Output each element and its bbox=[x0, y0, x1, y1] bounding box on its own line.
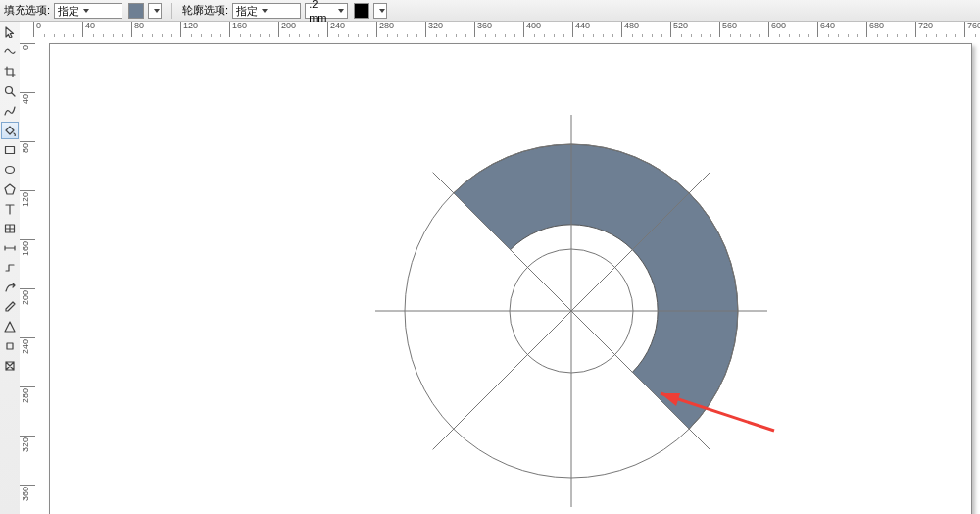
ruler-tick-label: 0 bbox=[36, 22, 41, 30]
ruler-tick: 680 bbox=[866, 22, 867, 37]
fill-options-value: 指定 bbox=[58, 4, 79, 18]
ruler-tick: 600 bbox=[768, 22, 769, 37]
fill-tool[interactable] bbox=[1, 337, 19, 355]
chevron-down-icon bbox=[262, 9, 268, 13]
ruler-tick: 160 bbox=[20, 239, 35, 240]
ruler-tick-label: 280 bbox=[379, 22, 394, 30]
drawing-canvas[interactable] bbox=[35, 37, 980, 514]
ruler-tick: 80 bbox=[20, 141, 35, 142]
ruler-tick-label: 640 bbox=[820, 22, 835, 30]
ruler-tick-label: 680 bbox=[869, 22, 884, 30]
ruler-tick-label: 320 bbox=[21, 437, 30, 452]
ruler-tick: 240 bbox=[20, 337, 35, 338]
ruler-tick: 360 bbox=[474, 22, 475, 37]
ruler-tick-label: 440 bbox=[575, 22, 590, 30]
ruler-tick: 520 bbox=[670, 22, 671, 37]
property-bar: 填充选项: 指定 轮廓选项: 指定 .2 mm bbox=[0, 0, 980, 22]
smartfill-tool[interactable] bbox=[1, 122, 19, 139]
ruler-tick: 320 bbox=[20, 436, 35, 437]
outline-width-value: .2 mm bbox=[309, 0, 334, 25]
toolbox bbox=[0, 22, 21, 514]
transparency-tool[interactable] bbox=[1, 357, 19, 375]
ruler-tick-label: 360 bbox=[477, 22, 492, 30]
ruler-tick: 360 bbox=[20, 485, 35, 486]
ruler-tick-label: 600 bbox=[771, 22, 786, 30]
fill-options-combo[interactable]: 指定 bbox=[54, 3, 122, 19]
outline-options-label: 轮廓选项: bbox=[182, 3, 228, 18]
outline-color-swatch[interactable] bbox=[354, 3, 369, 19]
ruler-tick-label: 360 bbox=[21, 487, 30, 501]
table-tool[interactable] bbox=[1, 220, 19, 237]
ruler-tick-label: 520 bbox=[673, 22, 688, 30]
zoom-tool[interactable] bbox=[1, 82, 19, 100]
connector-tool[interactable] bbox=[1, 259, 19, 277]
ruler-tick: 560 bbox=[719, 22, 720, 37]
ruler-tick: 200 bbox=[20, 288, 35, 289]
separator bbox=[172, 3, 172, 19]
shape-radial-lines[interactable] bbox=[375, 115, 767, 507]
ruler-tick: 120 bbox=[180, 22, 181, 37]
outline-color-dropdown[interactable] bbox=[373, 3, 387, 19]
ruler-tick-label: 40 bbox=[21, 94, 30, 104]
chevron-down-icon bbox=[338, 9, 344, 13]
ruler-tick: 760 bbox=[964, 22, 965, 37]
ruler-tick-label: 480 bbox=[624, 22, 639, 30]
drawing-content bbox=[49, 43, 970, 514]
ruler-tick-label: 0 bbox=[21, 45, 30, 50]
ruler-tick-label: 120 bbox=[183, 22, 198, 30]
ruler-tick-label: 80 bbox=[21, 143, 30, 153]
chevron-down-icon bbox=[83, 9, 89, 13]
ruler-tick: 280 bbox=[376, 22, 377, 37]
ellipse-tool[interactable] bbox=[1, 161, 19, 179]
ruler-tick: 440 bbox=[572, 22, 573, 37]
ruler-tick-label: 280 bbox=[21, 388, 30, 403]
ruler-tick-label: 200 bbox=[21, 290, 30, 305]
freehand-tool[interactable] bbox=[1, 102, 19, 120]
ruler-tick-label: 200 bbox=[281, 22, 296, 30]
ruler-tick: 40 bbox=[20, 92, 35, 93]
ruler-tick-label: 160 bbox=[21, 241, 30, 256]
ruler-tick: 640 bbox=[817, 22, 818, 37]
ruler-tick: 120 bbox=[20, 190, 35, 191]
crop-tool[interactable] bbox=[1, 63, 19, 80]
ruler-tick-label: 240 bbox=[330, 22, 345, 30]
ruler-tick: 160 bbox=[229, 22, 230, 37]
ruler-tick-label: 560 bbox=[722, 22, 737, 30]
ruler-tick-label: 40 bbox=[85, 22, 95, 30]
fill-color-swatch[interactable] bbox=[128, 3, 144, 19]
ruler-tick-label: 400 bbox=[526, 22, 541, 30]
ruler-tick-label: 760 bbox=[967, 22, 980, 30]
dimension-tool[interactable] bbox=[1, 239, 19, 257]
ruler-tick-label: 80 bbox=[134, 22, 144, 30]
fill-options-label: 填充选项: bbox=[4, 3, 50, 18]
rectangle-tool[interactable] bbox=[1, 141, 19, 159]
ruler-tick-label: 320 bbox=[428, 22, 443, 30]
ruler-horizontal: 0408012016020024028032036040044048052056… bbox=[20, 22, 980, 38]
outline-options-combo[interactable]: 指定 bbox=[232, 3, 301, 19]
pick-tool[interactable] bbox=[1, 24, 19, 41]
ruler-tick: 280 bbox=[20, 386, 35, 387]
ruler-tick: 0 bbox=[20, 43, 35, 44]
ruler-tick: 320 bbox=[425, 22, 426, 37]
shape-tool[interactable] bbox=[1, 43, 19, 61]
polygon-tool[interactable] bbox=[1, 180, 19, 198]
outline-options-value: 指定 bbox=[236, 4, 258, 18]
chevron-down-icon bbox=[154, 9, 160, 13]
text-tool[interactable] bbox=[1, 200, 19, 218]
ruler-tick: 40 bbox=[82, 22, 83, 37]
fill-color-dropdown[interactable] bbox=[148, 3, 162, 19]
ruler-tick: 0 bbox=[33, 22, 34, 37]
ruler-vertical: 04080120160200240280320360 bbox=[20, 37, 36, 514]
ruler-tick: 720 bbox=[915, 22, 916, 37]
ruler-tick: 480 bbox=[621, 22, 622, 37]
eyedropper-tool[interactable] bbox=[1, 298, 19, 316]
ruler-tick-label: 240 bbox=[21, 339, 30, 354]
interactive-tool[interactable] bbox=[1, 279, 19, 296]
ruler-tick: 200 bbox=[278, 22, 279, 37]
ruler-tick: 80 bbox=[131, 22, 132, 37]
outline-tool[interactable] bbox=[1, 318, 19, 335]
outline-width-combo[interactable]: .2 mm bbox=[305, 3, 348, 19]
ruler-tick-label: 160 bbox=[232, 22, 247, 30]
ruler-tick: 400 bbox=[523, 22, 524, 37]
ruler-tick-label: 120 bbox=[21, 192, 30, 207]
